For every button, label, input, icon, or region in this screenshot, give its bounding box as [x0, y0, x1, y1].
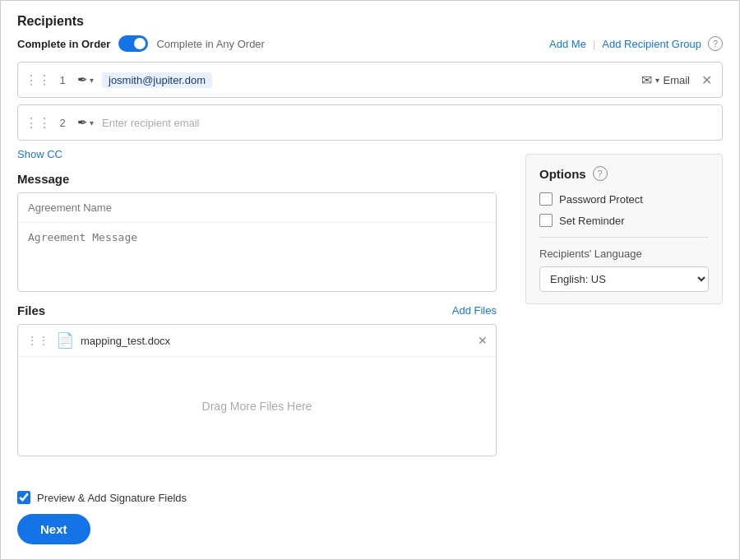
add-recipient-group-link[interactable]: Add Recipient Group — [602, 38, 701, 50]
email-badge-1: josmith@jupiter.dom — [102, 72, 212, 88]
set-reminder-option: Set Reminder — [539, 214, 709, 227]
complete-order-left: Complete in Order Complete in Any Order — [17, 35, 265, 52]
recipients-language-label: Recipients' Language — [539, 248, 709, 260]
agreement-name-input[interactable] — [18, 193, 496, 223]
password-protect-option: Password Protect — [539, 192, 709, 206]
agreement-message-textarea[interactable] — [18, 223, 496, 289]
recipients-help-icon[interactable]: ? — [708, 36, 723, 51]
role-selector-2[interactable]: ✒ ▾ — [77, 115, 94, 130]
row-number-1: 1 — [54, 74, 71, 86]
set-reminder-checkbox[interactable] — [539, 214, 553, 227]
options-help-icon[interactable]: ? — [593, 166, 608, 181]
row-number-2: 2 — [54, 117, 71, 129]
complete-order-label: Complete in Order — [17, 38, 110, 50]
add-me-link[interactable]: Add Me — [549, 38, 586, 50]
email-type-label-1: Email — [663, 74, 690, 86]
message-area — [17, 192, 497, 292]
show-cc-link[interactable]: Show CC — [17, 148, 62, 160]
add-files-link[interactable]: Add Files — [452, 304, 497, 317]
pen-icon-2: ✒ — [77, 115, 88, 130]
files-section-title: Files — [17, 303, 45, 317]
file-name-1: mapping_test.docx — [81, 335, 471, 347]
recipient-row-1: ⋮⋮ 1 ✒ ▾ josmith@jupiter.dom ✉ ▾ Email ✕ — [17, 62, 723, 98]
drag-handle-2[interactable]: ⋮⋮ — [25, 115, 51, 131]
next-button[interactable]: Next — [17, 514, 90, 544]
main-container: Recipients Complete in Order Complete in… — [0, 0, 740, 560]
preview-checkbox-row: Preview & Add Signature Fields — [17, 491, 187, 504]
files-header: Files Add Files — [17, 303, 497, 317]
complete-order-toggle[interactable] — [118, 35, 148, 52]
file-doc-icon: 📄 — [56, 331, 74, 349]
drag-handle-1[interactable]: ⋮⋮ — [25, 72, 51, 88]
recipient-row-2: ⋮⋮ 2 ✒ ▾ — [17, 104, 723, 141]
recipient-email-input-2[interactable] — [102, 117, 715, 129]
file-item-1: ⋮⋮ 📄 mapping_test.docx ✕ — [18, 325, 496, 357]
email-type-section-1: ✉ ▾ Email — [641, 72, 690, 88]
role-chevron-1: ▾ — [90, 76, 94, 85]
complete-order-row: Complete in Order Complete in Any Order … — [17, 35, 723, 52]
complete-any-label: Complete in Any Order — [156, 38, 265, 50]
drag-drop-area[interactable]: Drag More Files Here — [18, 357, 496, 456]
divider-pipe: | — [593, 38, 595, 50]
password-protect-label: Password Protect — [559, 193, 643, 206]
envelope-icon-1: ✉ — [641, 72, 652, 88]
complete-order-right: Add Me | Add Recipient Group ? — [549, 36, 723, 51]
role-chevron-2: ▾ — [90, 118, 94, 127]
language-select[interactable]: English: US English: UK French German Sp… — [539, 266, 709, 292]
remove-recipient-1-button[interactable]: ✕ — [698, 72, 715, 88]
remove-file-1-button[interactable]: ✕ — [478, 334, 488, 347]
file-drag-handle[interactable]: ⋮⋮ — [26, 334, 49, 347]
pen-icon-1: ✒ — [77, 72, 88, 87]
options-divider — [539, 237, 709, 238]
email-type-chevron-1[interactable]: ▾ — [655, 76, 659, 85]
files-area: ⋮⋮ 📄 mapping_test.docx ✕ Drag More Files… — [17, 324, 497, 456]
options-title: Options — [539, 167, 586, 181]
bottom-row: Preview & Add Signature Fields Next — [17, 491, 187, 544]
preview-checkbox[interactable] — [17, 491, 30, 504]
options-panel: Options ? Password Protect Set Reminder … — [525, 154, 723, 304]
set-reminder-label: Set Reminder — [559, 215, 624, 227]
role-selector-1[interactable]: ✒ ▾ — [77, 72, 94, 87]
preview-label: Preview & Add Signature Fields — [37, 492, 187, 504]
password-protect-checkbox[interactable] — [539, 192, 553, 206]
recipients-section-title: Recipients — [17, 14, 723, 29]
options-header: Options ? — [539, 166, 709, 181]
drag-drop-label: Drag More Files Here — [202, 400, 312, 413]
